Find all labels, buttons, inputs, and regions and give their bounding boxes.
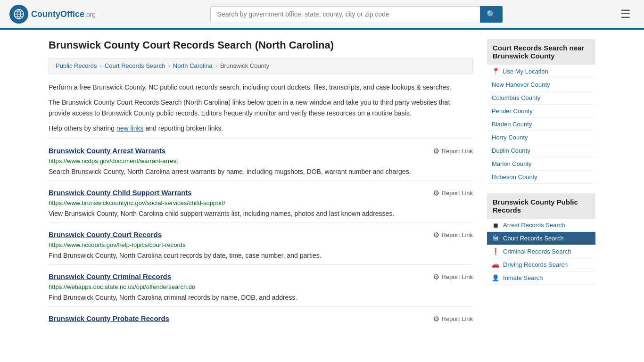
nearby-link-3[interactable]: Pender County bbox=[492, 107, 533, 115]
logo-icon bbox=[9, 5, 28, 24]
search-input[interactable] bbox=[210, 6, 480, 22]
search-bar-area: 🔍 bbox=[210, 6, 503, 23]
public-records-item: 👤Inmate Search bbox=[487, 272, 595, 285]
nearby-link-8[interactable]: Robeson County bbox=[492, 173, 537, 181]
report-label-4: Report Link bbox=[442, 315, 473, 322]
main-container: Brunswick County Court Records Search (N… bbox=[39, 30, 605, 338]
public-records-item: ❗Criminal Records Search bbox=[487, 245, 595, 258]
public-records-list: ◼Arrest Records Search🏛Court Records Sea… bbox=[487, 219, 595, 285]
public-records-item: 🏛Court Records Search bbox=[487, 232, 595, 245]
breadcrumb-current: Brunswick County bbox=[220, 62, 269, 69]
pr-link-0[interactable]: Arrest Records Search bbox=[503, 222, 565, 229]
nearby-link-6[interactable]: Duplin County bbox=[492, 147, 530, 154]
report-label-2: Report Link bbox=[442, 231, 473, 239]
pr-link-4[interactable]: Inmate Search bbox=[503, 274, 543, 281]
result-item: Brunswick County Arrest Warrants ⚙ Repor… bbox=[49, 139, 473, 181]
pr-icon-2: ❗ bbox=[492, 248, 499, 255]
result-link-0[interactable]: Brunswick County Arrest Warrants bbox=[49, 147, 165, 155]
logo-area: CountyOffice.org bbox=[9, 5, 96, 24]
result-url-3: https://webapps.doc.state.nc.us/opi/offe… bbox=[49, 283, 473, 290]
search-button[interactable]: 🔍 bbox=[480, 6, 503, 23]
report-link-1[interactable]: ⚙ Report Link bbox=[433, 189, 473, 197]
result-title-2: Brunswick County Court Records bbox=[49, 230, 162, 239]
result-desc-3: Find Brunswick County, North Carolina cr… bbox=[49, 293, 473, 303]
report-icon-0: ⚙ bbox=[433, 147, 439, 156]
nearby-title: Court Records Search near Brunswick Coun… bbox=[487, 39, 595, 65]
location-pin-icon: 📍 bbox=[492, 67, 500, 75]
pr-link-2[interactable]: Criminal Records Search bbox=[503, 248, 571, 255]
breadcrumb-public-records[interactable]: Public Records bbox=[56, 62, 97, 69]
nearby-list: 📍Use My LocationNew Hanover CountyColumb… bbox=[487, 65, 595, 184]
pr-link-1[interactable]: Court Records Search bbox=[503, 235, 564, 242]
result-title-0: Brunswick County Arrest Warrants bbox=[49, 147, 165, 155]
report-link-2[interactable]: ⚙ Report Link bbox=[433, 230, 473, 239]
pr-icon-0: ◼ bbox=[492, 222, 499, 229]
nearby-item: Duplin County bbox=[487, 144, 595, 157]
public-records-item: ◼Arrest Records Search bbox=[487, 219, 595, 232]
result-link-3[interactable]: Brunswick County Criminal Records bbox=[49, 272, 171, 280]
nearby-item: Horry County bbox=[487, 131, 595, 144]
result-url-2: https://www.nccourts.gov/help-topics/cou… bbox=[49, 241, 473, 248]
result-link-1[interactable]: Brunswick County Child Support Warrants bbox=[49, 189, 192, 197]
report-label-1: Report Link bbox=[442, 189, 473, 197]
breadcrumb-sep-1: › bbox=[99, 62, 101, 69]
result-url-1: https://www.brunswickcountync.gov/social… bbox=[49, 199, 473, 206]
nearby-item: Bladen County bbox=[487, 118, 595, 131]
result-link-2[interactable]: Brunswick County Court Records bbox=[49, 230, 162, 239]
pr-icon-4: 👤 bbox=[492, 274, 499, 281]
result-desc-1: View Brunswick County, North Carolina ch… bbox=[49, 209, 473, 219]
result-item: Brunswick County Court Records ⚙ Report … bbox=[49, 222, 473, 264]
report-label-3: Report Link bbox=[442, 273, 473, 280]
report-label-0: Report Link bbox=[442, 148, 473, 155]
result-url-0: https://www.ncdps.gov/document/warrant-a… bbox=[49, 157, 473, 165]
nearby-item: Columbus County bbox=[487, 91, 595, 105]
result-title-1: Brunswick County Child Support Warrants bbox=[49, 189, 192, 197]
breadcrumb-court-records[interactable]: Court Records Search bbox=[105, 62, 165, 69]
report-icon-3: ⚙ bbox=[433, 272, 439, 281]
public-records-section: Brunswick County Public Records ◼Arrest … bbox=[487, 193, 595, 285]
pr-link-3[interactable]: Driving Records Search bbox=[503, 261, 568, 268]
result-desc-2: Find Brunswick County, North Carolina co… bbox=[49, 251, 473, 261]
nearby-item: New Hanover County bbox=[487, 78, 595, 91]
nearby-item: Marion County bbox=[487, 157, 595, 171]
sidebar: Court Records Search near Brunswick Coun… bbox=[487, 39, 595, 329]
result-item: Brunswick County Child Support Warrants … bbox=[49, 181, 473, 222]
nearby-link-7[interactable]: Marion County bbox=[492, 160, 532, 167]
result-item: Brunswick County Criminal Records ⚙ Repo… bbox=[49, 264, 473, 306]
nearby-link-5[interactable]: Horry County bbox=[492, 134, 528, 141]
new-links-link[interactable]: new links bbox=[116, 124, 144, 132]
hamburger-menu[interactable]: ☰ bbox=[617, 6, 635, 23]
nearby-item: Robeson County bbox=[487, 171, 595, 184]
nearby-link-1[interactable]: New Hanover County bbox=[492, 81, 550, 88]
public-records-item: 🚗Driving Records Search bbox=[487, 258, 595, 272]
logo-text: CountyOffice.org bbox=[31, 9, 96, 19]
report-icon-1: ⚙ bbox=[433, 189, 439, 197]
description-2: The Brunswick County Court Records Searc… bbox=[49, 97, 473, 118]
public-records-title: Brunswick County Public Records bbox=[487, 193, 595, 219]
breadcrumb-north-carolina[interactable]: North Carolina bbox=[173, 62, 213, 69]
breadcrumb: Public Records › Court Records Search › … bbox=[49, 58, 473, 74]
report-link-3[interactable]: ⚙ Report Link bbox=[433, 272, 473, 281]
report-icon-4: ⚙ bbox=[433, 314, 439, 323]
description-3: Help others by sharing new links and rep… bbox=[49, 123, 473, 133]
report-icon-2: ⚙ bbox=[433, 230, 439, 239]
pr-icon-1: 🏛 bbox=[492, 235, 499, 242]
nearby-section: Court Records Search near Brunswick Coun… bbox=[487, 39, 595, 184]
nearby-item: Pender County bbox=[487, 105, 595, 118]
report-link-4[interactable]: ⚙ Report Link bbox=[433, 314, 473, 323]
search-icon: 🔍 bbox=[487, 10, 496, 18]
result-title-3: Brunswick County Criminal Records bbox=[49, 272, 171, 280]
result-desc-0: Search Brunswick County, North Carolina … bbox=[49, 167, 473, 177]
result-link-4[interactable]: Brunswick County Probate Records bbox=[49, 314, 169, 322]
result-item: Brunswick County Probate Records ⚙ Repor… bbox=[49, 306, 473, 329]
nearby-item: 📍Use My Location bbox=[487, 65, 595, 78]
nearby-link-0[interactable]: Use My Location bbox=[503, 68, 548, 75]
nearby-link-4[interactable]: Bladen County bbox=[492, 121, 532, 128]
pr-icon-3: 🚗 bbox=[492, 261, 499, 268]
report-link-0[interactable]: ⚙ Report Link bbox=[433, 147, 473, 156]
site-header: CountyOffice.org 🔍 ☰ bbox=[0, 0, 644, 30]
breadcrumb-sep-2: › bbox=[168, 62, 170, 69]
page-title: Brunswick County Court Records Search (N… bbox=[49, 39, 473, 51]
content-area: Brunswick County Court Records Search (N… bbox=[49, 39, 473, 329]
nearby-link-2[interactable]: Columbus County bbox=[492, 94, 540, 101]
